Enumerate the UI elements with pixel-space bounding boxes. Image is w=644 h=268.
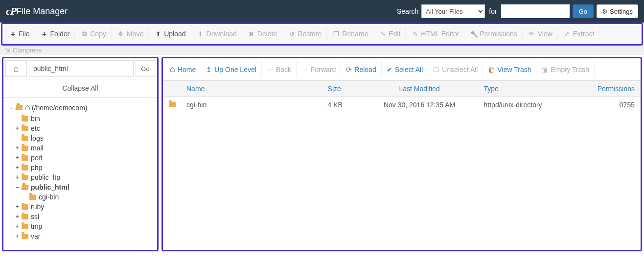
tree-item-ssl[interactable]: +ssl [14,212,154,221]
home-icon [14,64,19,74]
upload-button[interactable]: Upload [150,27,191,41]
folder-icon [22,136,28,141]
plus-icon [41,30,48,38]
tree-item-label: mail [31,144,44,152]
path-go-button[interactable]: Go [136,60,155,77]
tree-item-bin[interactable]: bin [14,114,154,123]
tree-item-label: etc [31,124,40,132]
gear-icon [602,8,608,15]
reload-button[interactable]: Reload [341,61,381,77]
forward-button[interactable]: Forward [297,61,341,77]
folder-icon [22,146,28,151]
tree-item-etc[interactable]: +etc [14,123,154,133]
tree-root-label: (/home/democom) [32,104,88,112]
main-area: Go Collapse All – (/home/democom) bin+et… [0,55,644,253]
empty-trash-button[interactable]: Empty Trash [536,61,595,77]
home-icon [25,102,30,113]
tree-item-ruby[interactable]: +ruby [14,202,154,212]
folder-icon [22,116,28,122]
expander-icon[interactable]: – [14,184,20,191]
compress-icon [5,47,10,54]
select-all-button[interactable]: Select All [382,61,429,77]
search-scope-select[interactable]: All Your Files [421,4,485,18]
html-editor-button[interactable]: HTML Editor [407,27,464,41]
check-icon [387,66,392,73]
back-icon [267,66,274,73]
folder-tree: – (/home/democom) bin+etclogs+mail+perl+… [3,97,157,245]
copy-button[interactable]: Copy [76,27,112,41]
permissions-button[interactable]: Permissions [465,27,522,41]
expander-icon[interactable]: + [14,154,20,161]
collapse-all-button[interactable]: Collapse All [3,79,157,97]
cell-modified: Nov 30, 2016 12:35 AM [361,97,478,113]
up-one-level-button[interactable]: Up One Level [201,61,262,77]
rename-button[interactable]: Rename [328,27,373,41]
move-button[interactable]: Move [113,27,149,41]
col-size[interactable]: Size [322,81,361,97]
tree-item-logs[interactable]: logs [14,133,154,143]
delete-button[interactable]: Delete [243,27,282,41]
edit-button[interactable]: Edit [374,27,406,41]
extract-button[interactable]: Extract [559,27,600,41]
search-input[interactable] [501,4,570,18]
cell-type: httpd/unix-directory [478,97,587,113]
expander-icon[interactable]: + [14,233,20,240]
expander-icon[interactable]: + [14,125,20,132]
expander-icon[interactable]: + [14,164,20,171]
folder-icon [22,224,28,229]
expander-icon[interactable]: – [8,104,14,111]
action-bar: Home Up One Level Back Forward Reload Se… [163,58,641,81]
tree-item-public_html[interactable]: –public_html [14,182,154,192]
tree-item-var[interactable]: +var [14,231,154,241]
tree-item-public_ftp[interactable]: +public_ftp [14,172,154,182]
expander-icon[interactable]: + [14,145,20,151]
path-input[interactable] [29,60,134,77]
expander-icon[interactable]: + [14,174,20,181]
delete-icon [248,30,255,38]
tree-item-label: ruby [31,203,44,211]
tree-item-tmp[interactable]: +tmp [14,221,154,231]
settings-button[interactable]: Settings [597,4,638,18]
restore-button[interactable]: Restore [283,27,327,41]
move-icon [117,30,124,38]
toolbar: File Folder Copy Move Upload Download De… [2,24,642,44]
tree-item-label: var [31,232,40,240]
app-title: File Manager [16,6,68,17]
unselect-all-button[interactable]: Unselect All [428,61,483,77]
tree-item-perl[interactable]: +perl [14,153,154,163]
uncheck-icon [433,66,439,73]
tree-item-php[interactable]: +php [14,163,154,172]
home-button[interactable]: Home [165,61,201,77]
back-button[interactable]: Back [262,61,297,77]
cell-name: cgi-bin [181,97,322,113]
tree-item-label: ssl [31,213,39,220]
search-go-button[interactable]: Go [573,4,594,18]
expander-icon[interactable]: + [14,223,20,230]
new-folder-button[interactable]: Folder [36,27,75,41]
view-button[interactable]: View [524,27,558,41]
expander-icon[interactable]: + [14,203,20,210]
table-row[interactable]: cgi-bin4 KBNov 30, 2016 12:35 AMhttpd/un… [163,97,641,113]
trash-icon [541,66,548,73]
folder-icon [22,155,28,161]
tree-item-label: cgi-bin [39,193,59,201]
expander-icon[interactable]: + [14,213,20,220]
new-file-button[interactable]: File [4,27,35,41]
view-trash-button[interactable]: View Trash [483,61,536,77]
settings-label: Settings [610,8,633,15]
folder-open-icon [21,185,29,190]
col-permissions[interactable]: Permissions [587,81,641,97]
download-button[interactable]: Download [192,27,242,41]
col-name[interactable]: Name [181,81,322,97]
col-type[interactable]: Type [478,81,587,97]
cpanel-logo: cP [6,5,16,18]
cell-size: 4 KB [322,97,361,113]
compress-button[interactable]: Compress [0,46,644,55]
file-table: Name Size Last Modified Type Permissions… [163,81,641,113]
tree-item-cgi-bin[interactable]: cgi-bin [22,192,154,202]
tree-item-label: bin [31,115,40,122]
home-icon-button[interactable] [5,60,27,77]
tree-root[interactable]: – (/home/democom) [8,101,154,114]
col-modified[interactable]: Last Modified [361,81,478,97]
tree-item-mail[interactable]: +mail [14,143,154,153]
